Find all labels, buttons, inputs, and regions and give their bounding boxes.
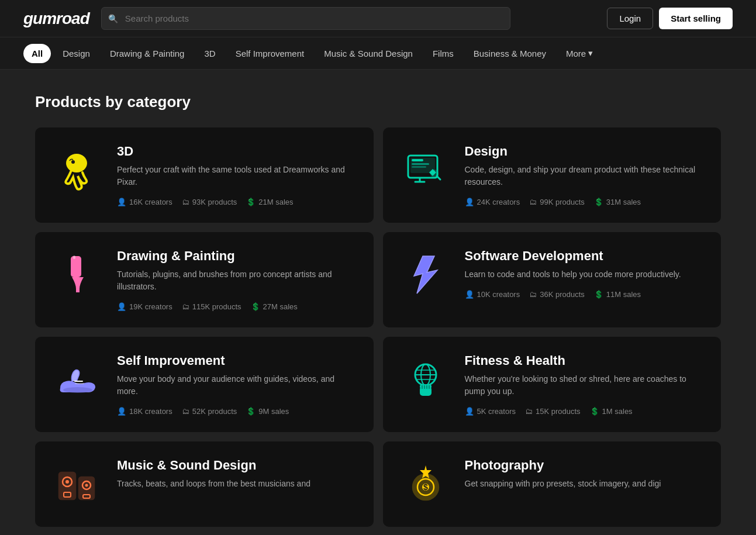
category-desc-3d: Perfect your craft with the same tools u…: [117, 164, 357, 188]
category-icon-music: [51, 458, 104, 510]
category-desc-software: Learn to code and tools to help you code…: [465, 268, 705, 281]
product-icon: 🗂: [529, 198, 537, 206]
money-icon: 💲: [590, 407, 599, 416]
svg-rect-23: [420, 384, 431, 389]
category-info-software: Software Development Learn to code and t…: [465, 248, 705, 299]
category-desc-drawing: Tutorials, plugins, and brushes from pro…: [117, 268, 357, 293]
category-stats-design: 👤 24K creators 🗂 99K products 💲 31M sale…: [465, 198, 705, 206]
stat-creators-software: 👤 10K creators: [465, 290, 520, 299]
category-info-photography: Photography Get snapping with pro preset…: [465, 458, 705, 499]
category-stats-self: 👤 18K creators 🗂 52K products 💲 9M sales: [117, 407, 357, 416]
nav-item-business[interactable]: Business & Money: [465, 44, 554, 63]
category-info-music: Music & Sound Design Tracks, beats, and …: [117, 458, 357, 499]
category-info-drawing: Drawing & Painting Tutorials, plugins, a…: [117, 248, 357, 311]
svg-point-16: [63, 387, 92, 393]
money-icon: 💲: [594, 198, 603, 206]
category-name-drawing: Drawing & Painting: [117, 248, 357, 264]
svg-point-34: [85, 484, 88, 487]
category-icon-photography: $: [399, 458, 452, 510]
product-icon: 🗂: [529, 290, 537, 299]
category-stats-3d: 👤 16K creators 🗂 93K products 💲 21M sale…: [117, 198, 357, 206]
header-buttons: Login Start selling: [607, 8, 733, 29]
category-card-fitness[interactable]: Fitness & Health Whether you're looking …: [383, 337, 722, 432]
category-info-self: Self Improvement Move your body and your…: [117, 353, 357, 416]
svg-rect-12: [72, 257, 80, 269]
category-icon-design: [399, 144, 452, 196]
nav-item-more[interactable]: More ▾: [558, 43, 601, 63]
category-name-music: Music & Sound Design: [117, 458, 357, 473]
nav-bar: All Design Drawing & Painting 3D Self Im…: [0, 37, 756, 70]
person-icon: 👤: [465, 290, 474, 299]
category-info-design: Design Code, design, and ship your dream…: [465, 144, 705, 206]
category-name-photography: Photography: [465, 458, 705, 473]
category-info-fitness: Fitness & Health Whether you're looking …: [465, 353, 705, 416]
category-name-design: Design: [465, 144, 705, 159]
category-desc-self: Move your body and your audience with gu…: [117, 373, 357, 398]
person-icon: 👤: [465, 407, 474, 416]
search-container: 🔍: [101, 7, 510, 30]
stat-products-self: 🗂 52K products: [182, 407, 237, 416]
category-desc-photography: Get snapping with pro presets, stock ima…: [465, 478, 705, 490]
svg-rect-4: [412, 159, 423, 161]
nav-item-3d[interactable]: 3D: [196, 44, 223, 63]
nav-item-drawing[interactable]: Drawing & Painting: [102, 44, 193, 63]
search-icon: 🔍: [108, 14, 118, 23]
category-name-self: Self Improvement: [117, 353, 357, 368]
person-icon: 👤: [117, 198, 126, 206]
category-card-self[interactable]: Self Improvement Move your body and your…: [35, 337, 374, 432]
category-desc-design: Code, design, and ship your dream produc…: [465, 164, 705, 188]
stat-sales-drawing: 💲 27M sales: [251, 302, 298, 311]
nav-item-design[interactable]: Design: [54, 44, 98, 63]
category-icon-self: [51, 353, 104, 406]
stat-products-software: 🗂 36K products: [529, 290, 585, 299]
nav-item-self-improvement[interactable]: Self Improvement: [227, 44, 313, 63]
svg-rect-13: [73, 256, 75, 259]
category-card-3d[interactable]: 3D Perfect your craft with the same tool…: [35, 127, 374, 223]
chevron-down-icon: ▾: [588, 48, 593, 58]
category-icon-software: [399, 248, 452, 301]
login-button[interactable]: Login: [607, 8, 653, 29]
svg-line-8: [437, 176, 440, 180]
category-name-software: Software Development: [465, 248, 705, 264]
section-title: Products by category: [35, 93, 721, 111]
stat-products-design: 🗂 99K products: [529, 198, 585, 206]
category-icon-drawing: [51, 248, 104, 301]
nav-item-all[interactable]: All: [23, 44, 51, 63]
logo[interactable]: GumroaD: [23, 9, 89, 28]
stat-sales-3d: 💲 21M sales: [246, 198, 293, 206]
category-card-music[interactable]: Music & Sound Design Tracks, beats, and …: [35, 441, 374, 527]
category-card-drawing[interactable]: Drawing & Painting Tutorials, plugins, a…: [35, 232, 374, 327]
stat-creators-drawing: 👤 19K creators: [117, 302, 172, 311]
category-desc-music: Tracks, beats, and loops from the best m…: [117, 478, 357, 490]
money-icon: 💲: [594, 290, 603, 299]
stat-creators-self: 👤 18K creators: [117, 407, 172, 416]
svg-point-30: [65, 480, 69, 484]
money-icon: 💲: [251, 302, 260, 311]
svg-point-0: [66, 154, 87, 172]
stat-creators-3d: 👤 16K creators: [117, 198, 172, 206]
person-icon: 👤: [465, 198, 474, 206]
nav-item-music[interactable]: Music & Sound Design: [316, 44, 421, 63]
category-card-photography[interactable]: $ Photography Get snapping with pro pres…: [383, 441, 722, 527]
category-info-3d: 3D Perfect your craft with the same tool…: [117, 144, 357, 206]
category-grid: 3D Perfect your craft with the same tool…: [35, 127, 721, 527]
nav-item-films[interactable]: Films: [424, 44, 462, 63]
money-icon: 💲: [246, 407, 256, 416]
category-desc-fitness: Whether you're looking to shed or shred,…: [465, 373, 705, 398]
start-selling-button[interactable]: Start selling: [659, 8, 733, 29]
search-input[interactable]: [101, 7, 510, 30]
person-icon: 👤: [117, 407, 126, 416]
money-icon: 💲: [246, 198, 256, 206]
svg-rect-32: [79, 477, 94, 499]
stat-products-3d: 🗂 93K products: [182, 198, 237, 206]
category-card-design[interactable]: Design Code, design, and ship your dream…: [383, 127, 722, 223]
product-icon: 🗂: [182, 407, 189, 416]
product-icon: 🗂: [525, 407, 533, 416]
stat-products-drawing: 🗂 115K products: [182, 302, 241, 311]
person-icon: 👤: [117, 302, 126, 311]
category-card-software[interactable]: Software Development Learn to code and t…: [383, 232, 722, 327]
svg-point-1: [71, 160, 75, 164]
svg-rect-5: [412, 163, 429, 165]
category-stats-fitness: 👤 5K creators 🗂 15K products 💲 1M sales: [465, 407, 705, 416]
category-icon-3d: [51, 144, 104, 196]
